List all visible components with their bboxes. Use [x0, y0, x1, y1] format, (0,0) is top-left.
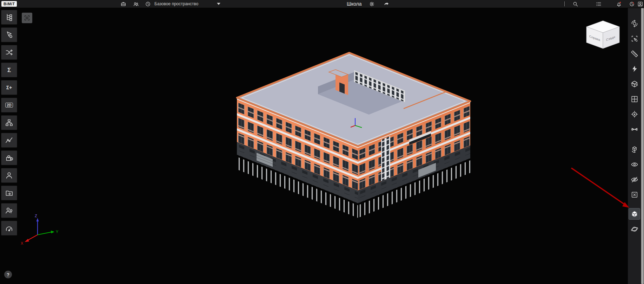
select-element-button[interactable] [1, 27, 17, 42]
rotate-cube-icon [631, 146, 638, 153]
lightning-icon [631, 65, 638, 73]
model-tree-icon [5, 13, 13, 21]
ruler-icon [631, 50, 638, 58]
title-group: Школа [347, 0, 391, 8]
grid-view-button[interactable] [629, 93, 640, 105]
plugins-button[interactable] [1, 150, 17, 165]
right-toolbar [628, 8, 641, 284]
selection-frame-icon [631, 35, 638, 43]
workspace-label: Базовое пространство [154, 1, 198, 6]
orbit-sphere-icon [631, 225, 638, 233]
eye-icon [631, 161, 638, 168]
dashboard-button[interactable] [1, 221, 17, 235]
hide-elements-button[interactable] [629, 174, 640, 185]
search-icon[interactable] [571, 0, 580, 7]
axis-z-label: Z [35, 214, 37, 218]
show-elements-button[interactable] [629, 159, 640, 170]
topbar: BiMiT Базовое пространство Школа [0, 0, 644, 8]
axis-y-label: Y [56, 230, 59, 234]
2d-icon: 2D [5, 103, 13, 108]
person-pin-icon [5, 206, 13, 215]
analytics-button[interactable] [1, 133, 17, 148]
axis-gizmo: Z Y X [19, 214, 61, 247]
sum-add-button[interactable]: Σ+ [1, 80, 17, 95]
area-select-button[interactable] [629, 33, 640, 44]
x-box-icon [631, 191, 638, 199]
focus-mode-button[interactable] [22, 13, 32, 23]
clash-detection-button[interactable] [1, 45, 17, 60]
gauge-icon [5, 224, 13, 232]
folder-share-icon [5, 189, 13, 197]
view-cube[interactable]: Справа Сзади [585, 20, 621, 51]
quick-tools-button[interactable] [629, 63, 640, 75]
clip-box-icon [631, 80, 638, 88]
share-icon[interactable] [382, 0, 391, 7]
history-icon[interactable] [143, 0, 152, 7]
sigma-icon: Σ [7, 67, 11, 73]
participants-button[interactable] [1, 168, 17, 183]
user-location-button[interactable] [1, 203, 17, 218]
vertical-scrollbar[interactable] [641, 8, 644, 284]
topbar-divider [564, 1, 565, 6]
app-logo[interactable]: BiMiT [1, 1, 17, 7]
left-toolbar: Σ Σ+ 2D [0, 8, 18, 284]
projects-icon[interactable] [119, 0, 128, 7]
building-model[interactable] [211, 39, 498, 235]
measure-button[interactable] [629, 48, 640, 59]
axis-x-label: X [21, 241, 24, 245]
section-plane-icon [631, 125, 638, 133]
rotate-model-button[interactable] [629, 143, 640, 155]
view-cube-mode-button[interactable] [629, 208, 640, 220]
model-tree-button[interactable] [1, 10, 17, 25]
structure-scheme-button[interactable] [1, 115, 17, 130]
eye-off-icon [631, 176, 638, 183]
view-2d-button[interactable]: 2D [1, 98, 17, 112]
project-title: Школа [347, 1, 362, 7]
collaboration-icon[interactable] [131, 0, 140, 7]
settings-gear-icon[interactable] [367, 0, 377, 7]
orbit-mode-button[interactable] [629, 223, 640, 235]
viewfinder-icon [24, 14, 31, 21]
orbit-arrows-icon [631, 20, 638, 27]
focus-target-button[interactable] [629, 108, 640, 120]
crossing-arrows-icon [5, 48, 13, 57]
cube-3d-icon [631, 210, 638, 218]
menu-list-icon[interactable] [594, 0, 603, 7]
notifications-bell-icon[interactable] [614, 0, 623, 7]
sigma-plus-icon: Σ+ [6, 85, 12, 90]
orbit-navigation-button[interactable] [629, 18, 640, 29]
clear-selection-button[interactable] [629, 189, 640, 200]
app-root: BiMiT Базовое пространство Школа [0, 0, 644, 284]
shared-projects-button[interactable] [1, 186, 17, 200]
scrollbar-thumb[interactable] [641, 8, 644, 284]
org-chart-icon [5, 118, 13, 127]
section-box-button[interactable] [629, 78, 640, 90]
target-icon [631, 110, 638, 118]
profile-icon[interactable] [636, 0, 644, 7]
sum-button[interactable]: Σ [1, 63, 17, 77]
section-plane-button[interactable] [629, 123, 640, 135]
grid-icon [631, 95, 638, 103]
chevron-down-icon [217, 3, 220, 5]
puzzle-icon [5, 154, 13, 162]
help-button[interactable]: ? [4, 271, 12, 278]
workspace-selector[interactable]: Базовое пространство [154, 0, 220, 8]
person-icon [5, 171, 13, 180]
sync-history-icon[interactable] [627, 0, 636, 7]
select-cursor-icon [5, 31, 13, 39]
graph-line-icon [5, 136, 13, 144]
